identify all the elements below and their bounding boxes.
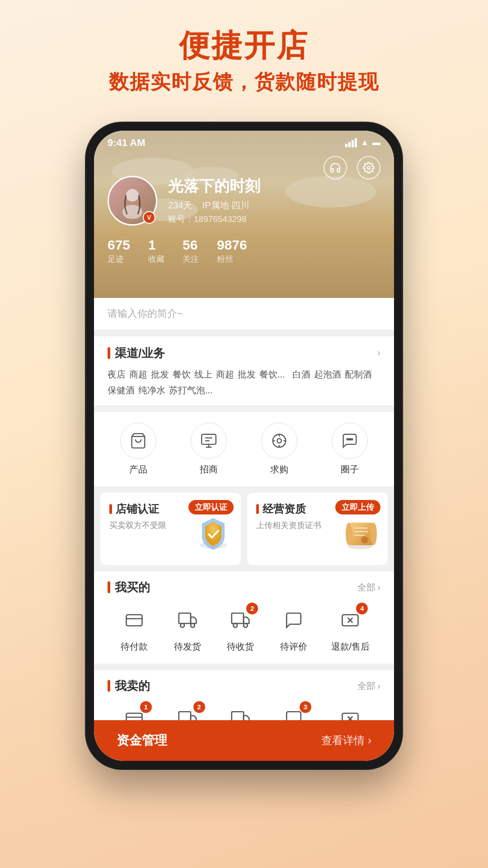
content-area: 请输入你的简介~ 渠道/业务 › 夜店 商超 [94, 298, 394, 761]
bio-input[interactable]: 请输入你的简介~ [94, 298, 394, 330]
quick-circle[interactable]: 圈子 [332, 423, 368, 476]
page-background: 便捷开店 数据实时反馈，货款随时提现 9:41 AM [0, 0, 488, 769]
my-buy-section: 我买的 全部 › [94, 571, 394, 664]
svg-rect-4 [202, 434, 216, 444]
svg-rect-32 [232, 613, 244, 623]
buy-pending-review[interactable]: 待评价 [278, 604, 310, 653]
stats-row: 675 足迹 1 收藏 56 关注 9876 粉 [108, 238, 380, 264]
buy-pending-payment-label: 待付款 [121, 641, 148, 653]
bottom-bar-link[interactable]: 查看详情 › [321, 733, 371, 748]
store-cert-badge[interactable]: 立即认证 [188, 500, 234, 514]
wifi-icon: ▲ [361, 138, 369, 147]
buy-pending-ship[interactable]: 待发货 [172, 604, 203, 653]
svg-point-31 [191, 623, 195, 627]
buy-pending-receive[interactable]: 2 待收货 [225, 604, 256, 653]
buy-refund-badge: 4 [356, 603, 368, 614]
quick-purchase-label: 求购 [270, 463, 288, 476]
battery-icon: ▬ [372, 138, 380, 147]
stat-footprint[interactable]: 675 足迹 [108, 238, 130, 264]
buy-refund[interactable]: 4 退款/售后 [331, 604, 370, 653]
buy-pending-review-label: 待评价 [280, 641, 307, 653]
status-time: 9:41 AM [108, 137, 145, 149]
bottom-bar: 资金管理 查看详情 › [94, 720, 394, 761]
tag-7: 餐饮... [259, 368, 285, 381]
store-cert-icon [193, 514, 234, 561]
sell-ship-badge: 2 [193, 701, 205, 713]
svg-point-22 [371, 523, 377, 545]
svg-point-10 [277, 439, 282, 443]
status-bar: 9:41 AM ▲ ▬ [94, 131, 394, 149]
tag-8: 白酒 [292, 368, 310, 381]
tag-10: 配制酒 [345, 368, 372, 381]
quick-icons: 产品 [94, 412, 394, 486]
buy-pending-ship-icon-wrap [172, 604, 203, 636]
svg-point-30 [180, 623, 184, 627]
svg-point-33 [233, 623, 237, 627]
svg-rect-27 [126, 614, 142, 626]
svg-point-34 [244, 623, 248, 627]
cert-row: 立即认证 店铺认证 买卖双方不受限 [94, 493, 394, 565]
tag-6: 批发 [238, 368, 256, 381]
tag-1: 商超 [129, 368, 147, 381]
buy-pending-receive-icon-wrap: 2 [225, 604, 256, 636]
channel-tags: 夜店 商超 批发 餐饮 线上 商超 批发 餐饮... 白酒 起泡酒 配制酒 [108, 368, 380, 396]
quick-purchase[interactable]: 求购 [261, 423, 297, 476]
channel-header: 渠道/业务 › [108, 345, 380, 361]
quick-product[interactable]: 产品 [120, 423, 156, 476]
page-title-sub: 数据实时反馈，货款随时提现 [0, 69, 488, 95]
channel-title: 渠道/业务 [108, 345, 165, 361]
buy-refund-label: 退款/售后 [331, 641, 370, 653]
avatar-wrap: V [108, 176, 157, 226]
quick-product-label: 产品 [129, 463, 147, 476]
svg-rect-29 [178, 613, 190, 623]
buy-pending-payment[interactable]: 待付款 [118, 604, 150, 653]
pending-payment-icon [118, 604, 150, 636]
profile-meta: 234天 IP属地·四川 [168, 199, 380, 212]
circle-icon [332, 423, 368, 459]
tag-4: 线上 [194, 368, 212, 381]
tag-2: 批发 [151, 368, 169, 381]
avatar-badge: V [143, 211, 155, 224]
stat-favorites[interactable]: 1 收藏 [148, 238, 164, 264]
page-title-main: 便捷开店 [0, 27, 488, 64]
pending-ship-icon [172, 604, 203, 636]
quick-investment[interactable]: 招商 [191, 423, 227, 476]
pending-review-icon [278, 604, 310, 636]
svg-point-26 [361, 536, 368, 543]
svg-point-21 [346, 523, 352, 545]
phone-screen: 9:41 AM ▲ ▬ [94, 131, 394, 761]
stat-following[interactable]: 56 关注 [183, 238, 199, 264]
business-cert-card: 立即上传 经营资质 上传相关资质证书 [247, 493, 388, 565]
signal-icon [345, 138, 357, 147]
tag-3: 餐饮 [173, 368, 191, 381]
store-cert-card: 立即认证 店铺认证 买卖双方不受限 [100, 493, 241, 565]
phone-mockup: 9:41 AM ▲ ▬ [86, 123, 402, 769]
status-icons: ▲ ▬ [345, 138, 380, 147]
stat-fans[interactable]: 9876 粉丝 [217, 238, 247, 264]
buy-refund-icon-wrap: 4 [334, 604, 366, 636]
svg-point-1 [126, 189, 139, 202]
tag-5: 商超 [216, 368, 234, 381]
title-bar-decoration [108, 347, 110, 359]
business-cert-icon [340, 514, 380, 561]
sell-review-badge: 3 [300, 701, 311, 713]
tag-0: 夜店 [108, 368, 126, 381]
tag-11: 保健酒 [108, 384, 135, 396]
bottom-bar-title[interactable]: 资金管理 [117, 732, 167, 749]
profile-account: 账号：18976543298 [168, 213, 380, 225]
tag-12: 纯净水 [138, 384, 165, 396]
my-sell-all[interactable]: 全部 › [357, 680, 380, 692]
tag-9: 起泡酒 [314, 368, 341, 381]
buy-pending-review-icon-wrap [278, 604, 310, 636]
buy-order-row: 待付款 [108, 604, 380, 653]
channel-arrow-icon[interactable]: › [377, 347, 380, 359]
my-buy-header: 我买的 全部 › [108, 580, 380, 595]
profile-info: 光落下的时刻 234天 IP属地·四川 账号：18976543298 [168, 176, 380, 225]
quick-circle-label: 圈子 [341, 463, 359, 476]
buy-receive-badge: 2 [246, 603, 258, 614]
profile-name: 光落下的时刻 [168, 176, 380, 197]
quick-investment-label: 招商 [200, 463, 218, 476]
profile-section: V 光落下的时刻 234天 IP属地·四川 账号：18976543298 [94, 176, 394, 264]
business-cert-badge[interactable]: 立即上传 [335, 500, 380, 514]
my-buy-all[interactable]: 全部 › [357, 581, 380, 594]
